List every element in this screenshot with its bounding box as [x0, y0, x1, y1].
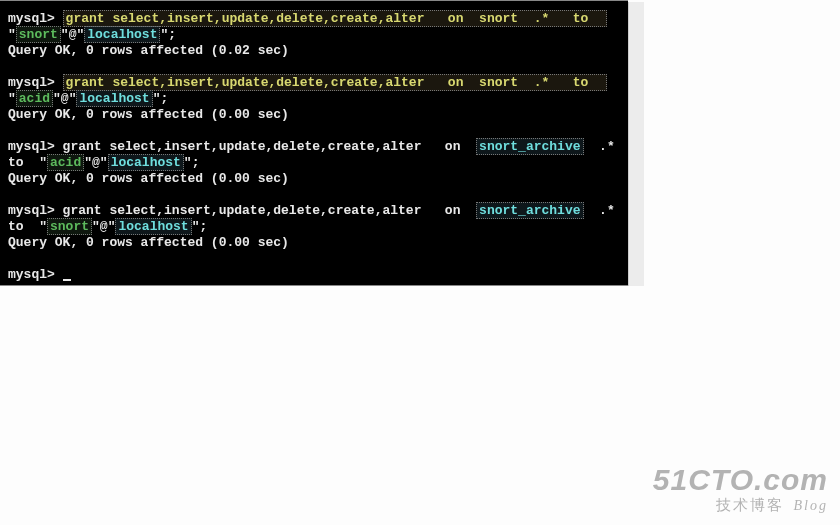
watermark-main: 51CTO.com — [653, 465, 828, 495]
code-token: "; — [192, 219, 208, 234]
command-line: mysql> grant select,insert,update,delete… — [8, 11, 620, 43]
scrollbar-vertical[interactable] — [628, 2, 644, 286]
command-line: mysql> grant select,insert,update,delete… — [8, 139, 620, 171]
code-token: localhost — [76, 90, 152, 107]
watermark-sub-en: Blog — [794, 499, 828, 513]
code-token: "; — [153, 91, 169, 106]
terminal-block: mysql> grant select,insert,update,delete… — [8, 75, 620, 123]
code-token: snort — [16, 26, 61, 43]
watermark: 51CTO.com 技术博客 Blog — [653, 465, 828, 513]
code-token: acid — [47, 154, 84, 171]
code-token: grant select,insert,update,delete,create… — [63, 10, 607, 27]
prompt: mysql> — [8, 203, 63, 218]
code-token: " — [8, 27, 16, 42]
prompt: mysql> — [8, 11, 63, 26]
code-token: acid — [16, 90, 53, 107]
prompt: mysql> — [8, 267, 63, 282]
terminal-block: mysql> grant select,insert,update,delete… — [8, 203, 620, 251]
code-token: "@" — [84, 155, 107, 170]
cursor — [63, 279, 71, 281]
code-token: "@" — [92, 219, 115, 234]
query-result: Query OK, 0 rows affected (0.00 sec) — [8, 235, 620, 251]
terminal-block: mysql> — [8, 267, 620, 283]
terminal-window: mysql> grant select,insert,update,delete… — [0, 0, 628, 286]
code-token: "; — [184, 155, 200, 170]
code-token: localhost — [108, 154, 184, 171]
code-token: " — [8, 91, 16, 106]
code-token: snort_archive — [476, 138, 583, 155]
code-token: "; — [160, 27, 176, 42]
command-line: mysql> grant select,insert,update,delete… — [8, 75, 620, 107]
query-result: Query OK, 0 rows affected (0.02 sec) — [8, 43, 620, 59]
code-token: localhost — [115, 218, 191, 235]
code-token: grant select,insert,update,delete,create… — [63, 203, 476, 218]
query-result: Query OK, 0 rows affected (0.00 sec) — [8, 107, 620, 123]
code-token: localhost — [84, 26, 160, 43]
query-result: Query OK, 0 rows affected (0.00 sec) — [8, 171, 620, 187]
code-token: "@" — [53, 91, 76, 106]
prompt: mysql> — [8, 139, 63, 154]
code-token: grant select,insert,update,delete,create… — [63, 74, 607, 91]
code-token: snort_archive — [476, 202, 583, 219]
terminal-block: mysql> grant select,insert,update,delete… — [8, 139, 620, 187]
prompt: mysql> — [8, 75, 63, 90]
code-token: grant select,insert,update,delete,create… — [63, 139, 476, 154]
command-line: mysql> — [8, 267, 620, 283]
command-line: mysql> grant select,insert,update,delete… — [8, 203, 620, 235]
code-token: "@" — [61, 27, 84, 42]
code-token: snort — [47, 218, 92, 235]
terminal-output[interactable]: mysql> grant select,insert,update,delete… — [0, 1, 628, 291]
terminal-block: mysql> grant select,insert,update,delete… — [8, 11, 620, 59]
watermark-sub-cn: 技术博客 — [716, 497, 784, 512]
